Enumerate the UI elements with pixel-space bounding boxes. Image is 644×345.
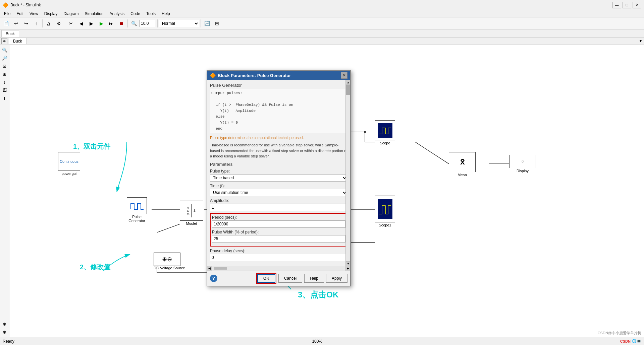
sep4 [157, 19, 158, 27]
status-bar: Ready 100% CSDN 🌐💻 [0, 337, 644, 345]
zoom-input[interactable]: 10.0 [139, 20, 156, 27]
pulse-width-input[interactable] [212, 235, 345, 243]
annotation-step2: 2、修改值 [80, 263, 110, 272]
refresh-button[interactable]: 🔄 [202, 19, 212, 28]
canvas-nav-left[interactable]: ⊕ [1, 38, 7, 44]
menu-view[interactable]: View [27, 11, 41, 17]
pulse-generator-block[interactable]: PulseGenerator [127, 197, 147, 223]
time-field: Time (t): Use simulation time Use extern… [210, 184, 347, 196]
fit-btn[interactable]: ⊡ [1, 62, 8, 70]
redo-arrow[interactable]: ↪ [21, 19, 31, 28]
powergui-body: Continuous [58, 152, 80, 171]
cut-button[interactable]: ✂ [66, 19, 76, 28]
minimize-button[interactable]: — [612, 2, 621, 8]
mosfet-block[interactable]: g D m ⊥ Mosfet [180, 201, 203, 225]
scope1-block[interactable]: Scope1 [375, 196, 395, 227]
help-button[interactable]: Help [304, 274, 324, 283]
hscroll-left-btn[interactable]: ◀ [207, 266, 212, 271]
up-arrow[interactable]: ↑ [32, 19, 41, 28]
forward-button[interactable]: ▶ [87, 19, 96, 28]
scope1-display-icon [379, 201, 391, 217]
scope1-label: Scope1 [375, 223, 395, 227]
pulse-generator-label: PulseGenerator [127, 215, 147, 223]
apply-button[interactable]: Apply [326, 274, 347, 283]
sep3 [127, 19, 128, 27]
play-button[interactable]: ▶ [97, 19, 106, 28]
img-btn[interactable]: 🖼 [1, 86, 8, 94]
canvas-tab-menu[interactable]: ▼ [639, 39, 643, 43]
amplitude-input[interactable] [210, 204, 347, 211]
title-bar-controls: — □ ✕ [612, 2, 641, 8]
expand2-btn[interactable]: ⊕ [1, 328, 8, 336]
period-field: Period (secs): [212, 215, 345, 228]
menu-analysis[interactable]: Analysis [107, 11, 127, 17]
cancel-button[interactable]: Cancel [278, 274, 302, 283]
grid-button[interactable]: ⊞ [212, 19, 222, 28]
canvas-tab[interactable]: Buck [9, 38, 26, 44]
pulse-type-field: Pulse type: Time based Sample based [210, 169, 347, 182]
zoom-button[interactable]: 🔍 [129, 19, 139, 28]
sim-mode-select[interactable]: Normal Accelerator [159, 20, 199, 27]
dialog-titlebar: 🔶 Block Parameters: Pulse Generator ✕ [207, 71, 350, 80]
settings-button[interactable]: ⚙ [54, 19, 63, 28]
window-title: Buck * - Simulink [10, 3, 41, 7]
pulse-type-label: Pulse type: [210, 169, 347, 174]
undo-arrow[interactable]: ↩ [11, 19, 21, 28]
back-button[interactable]: ◀ [76, 19, 86, 28]
menu-display[interactable]: Display [42, 11, 60, 17]
dialog-hscrollbar[interactable]: ◀ ▶ [207, 266, 350, 271]
dialog-close-button[interactable]: ✕ [341, 72, 347, 79]
dialog-note: Pulse type determines the computational … [210, 136, 347, 140]
ok-button[interactable]: OK [257, 274, 275, 283]
pulse-generator-body [127, 197, 147, 214]
menu-tools[interactable]: Tools [144, 11, 158, 17]
title-bar: 🔶 Buck * - Simulink — □ ✕ [0, 0, 644, 10]
expand-btn[interactable]: ⊕ [1, 320, 8, 328]
menu-simulation[interactable]: Simulation [82, 11, 106, 17]
time-select[interactable]: Use simulation time Use external signal [210, 189, 347, 196]
print-button[interactable]: 🖨 [44, 19, 53, 28]
arrow-btn[interactable]: ↕ [1, 78, 8, 86]
model-tab[interactable]: Buck [1, 30, 19, 37]
dialog-params-header: Parameters [210, 162, 347, 167]
menu-code[interactable]: Code [128, 11, 143, 17]
svg-line-10 [415, 142, 449, 164]
powergui-block[interactable]: Continuous powergui [58, 152, 80, 176]
scope1-body [375, 196, 395, 222]
layer-btn[interactable]: ⊞ [1, 70, 8, 78]
new-button[interactable]: 📄 [1, 19, 11, 28]
mean-block[interactable]: x̄ Mean [449, 152, 476, 177]
menu-diagram[interactable]: Diagram [61, 11, 81, 17]
scope-block[interactable]: Scope [375, 120, 395, 145]
phase-delay-input[interactable] [210, 254, 347, 261]
close-button[interactable]: ✕ [633, 2, 641, 8]
svg-point-15 [364, 131, 366, 133]
pulse-type-select[interactable]: Time based Sample based [210, 174, 347, 182]
display-label: Display [509, 169, 536, 173]
mean-body: x̄ [449, 152, 476, 172]
annotation-step1: 1、双击元件 [73, 142, 110, 151]
dialog-scrollbar[interactable]: ▲ ▼ [345, 80, 350, 266]
display-block[interactable]: 0 Display [509, 155, 536, 173]
period-input[interactable] [212, 220, 345, 228]
menu-edit[interactable]: Edit [14, 11, 26, 17]
zoom-plus-btn[interactable]: 🔍 [1, 46, 8, 54]
menu-file[interactable]: File [1, 11, 13, 17]
hscroll-right-btn[interactable]: ▶ [345, 266, 350, 271]
ok-button-highlight: OK [256, 273, 276, 284]
status-right: CSDN 🌐💻 [620, 339, 641, 343]
display-body: 0 [509, 155, 536, 168]
scroll-down-btn[interactable]: ▼ [346, 261, 350, 266]
help-icon[interactable]: ? [210, 275, 217, 282]
mosfet-body: g D m ⊥ [180, 201, 203, 221]
menu-help[interactable]: Help [159, 11, 173, 17]
block-params-dialog[interactable]: 🔶 Block Parameters: Pulse Generator ✕ Pu… [207, 70, 351, 286]
hscroll-thumb[interactable] [214, 267, 227, 270]
zoom-minus-btn[interactable]: 🔎 [1, 54, 8, 62]
maximize-button[interactable]: □ [623, 2, 631, 8]
text-btn[interactable]: T [1, 94, 8, 102]
stop-button[interactable]: ⏹ [117, 19, 126, 28]
stepforward-button[interactable]: ⏭ [107, 19, 116, 28]
scroll-up-btn[interactable]: ▲ [346, 80, 350, 85]
scroll-thumb[interactable] [346, 85, 350, 95]
